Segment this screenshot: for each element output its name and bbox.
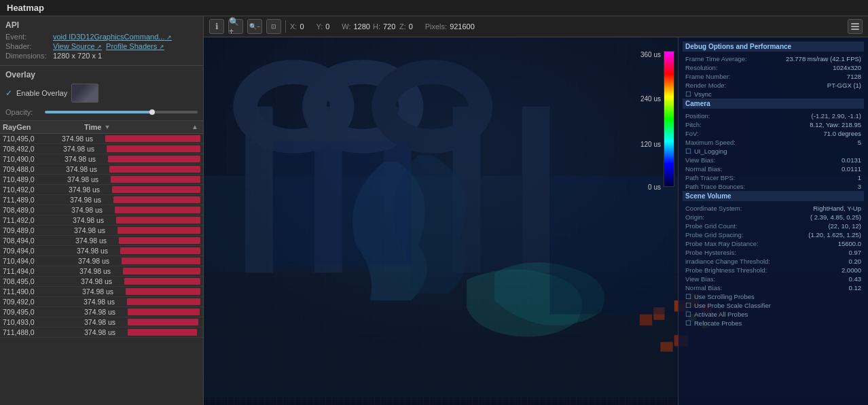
shader-row: Shader: View Source Profile Shaders bbox=[5, 42, 198, 50]
debug-row: View Bias:0.43 bbox=[683, 275, 864, 283]
toolbar-sep bbox=[285, 20, 286, 33]
time-bar bbox=[111, 176, 200, 183]
shader-label: Shader: bbox=[5, 42, 53, 50]
time-bar bbox=[109, 166, 200, 173]
cell-raygen: 711,489,0 bbox=[3, 196, 70, 204]
cell-raygen: 708,495,0 bbox=[3, 277, 81, 285]
cell-time: 374.98 us bbox=[67, 175, 200, 183]
view-source-link[interactable]: View Source bbox=[53, 42, 102, 50]
w-label: W: bbox=[342, 22, 350, 31]
debug-row: Probe Hysteresis:0.97 bbox=[683, 248, 864, 257]
time-bar bbox=[116, 217, 200, 224]
x-label: X: bbox=[290, 22, 297, 31]
table-row[interactable]: 708,489,0374.98 us bbox=[0, 205, 203, 215]
table-row[interactable]: 709,494,0374.98 us bbox=[0, 246, 203, 256]
profile-shaders-link[interactable]: Profile Shaders bbox=[106, 42, 164, 50]
table-header: RayGen Time ▼ ▲ bbox=[0, 121, 203, 134]
overlay-section: Overlay ✓ Enable Overlay Opacity: bbox=[0, 66, 203, 121]
table-row[interactable]: 711,490,0374.98 us bbox=[0, 287, 203, 297]
cell-time: 374.98 us bbox=[66, 165, 200, 173]
table-row[interactable]: 708,492,0374.98 us bbox=[0, 144, 203, 154]
table-row[interactable]: 709,492,0374.98 us bbox=[0, 297, 203, 307]
cell-raygen: 710,493,0 bbox=[3, 318, 84, 326]
debug-checkbox-row[interactable]: ☐ UI_Logging bbox=[683, 147, 864, 156]
debug-checkbox-row[interactable]: ☐ Vsync bbox=[683, 90, 864, 99]
cell-time: 374.98 us bbox=[82, 287, 200, 296]
opacity-slider[interactable] bbox=[45, 111, 198, 113]
zoom-out-btn[interactable]: 🔍− bbox=[247, 19, 262, 34]
cell-time: 374.98 us bbox=[79, 267, 200, 275]
time-text: 374.98 us bbox=[75, 236, 116, 245]
event-label: Event: bbox=[5, 33, 53, 41]
table-row[interactable]: 710,492,0374.98 us bbox=[0, 185, 203, 195]
debug-row: Pitch:8.12, Yaw: 218.95 bbox=[683, 120, 864, 129]
opacity-label: Opacity: bbox=[5, 108, 39, 116]
table-row[interactable]: 708,495,0374.98 us bbox=[0, 277, 203, 287]
table-row[interactable]: 711,489,0374.98 us bbox=[0, 195, 203, 205]
cell-time: 374.98 us bbox=[74, 226, 200, 234]
cell-raygen: 710,490,0 bbox=[3, 155, 65, 163]
table-row[interactable]: 711,488,0374.98 us bbox=[0, 328, 203, 338]
time-text: 374.98 us bbox=[66, 165, 107, 173]
debug-row: Probe Grid Count:(22, 10, 12) bbox=[683, 222, 864, 230]
table-row[interactable]: 709,495,0374.98 us bbox=[0, 307, 203, 317]
cell-raygen: 710,494,0 bbox=[3, 257, 78, 265]
cell-time: 374.98 us bbox=[65, 155, 200, 163]
table-row[interactable]: 709,489,0374.98 us bbox=[0, 226, 203, 236]
menu-btn[interactable] bbox=[848, 19, 863, 34]
table-row[interactable]: 708,494,0374.98 us bbox=[0, 236, 203, 246]
overlay-title: Overlay bbox=[5, 70, 198, 80]
cell-raygen: 708,494,0 bbox=[3, 236, 75, 245]
sort-arrow-icon: ▼ bbox=[104, 124, 110, 130]
pixels-label: Pixels: bbox=[425, 22, 447, 31]
table-row[interactable]: 710,490,0374.98 us bbox=[0, 154, 203, 164]
svg-rect-19 bbox=[660, 342, 672, 351]
debug-checkbox-row[interactable]: ☐ Use Probe Scale Classifier bbox=[683, 301, 864, 310]
event-link[interactable]: void ID3D12GraphicsCommand... bbox=[53, 33, 172, 41]
debug-checkbox-row[interactable]: ☐ Use Scrolling Probes bbox=[683, 292, 864, 301]
table-row[interactable]: 709,488,0374.98 us bbox=[0, 164, 203, 175]
debug-row: Frame Number:7128 bbox=[683, 72, 864, 81]
debug-checkbox-row[interactable]: ☐ Relocate Probes bbox=[683, 319, 864, 328]
svg-rect-15 bbox=[640, 315, 652, 325]
time-text: 374.98 us bbox=[74, 226, 115, 234]
time-bar bbox=[126, 288, 200, 295]
zoom-in-btn[interactable]: 🔍+ bbox=[228, 19, 243, 34]
toolbar: ℹ 🔍+ 🔍− ⊡ X: 0 Y: 0 W: 1280 H: 720 Z: bbox=[204, 16, 868, 37]
menu-icon bbox=[851, 23, 859, 24]
fit-icon: ⊡ bbox=[271, 23, 276, 30]
event-row: Event: void ID3D12GraphicsCommand... bbox=[5, 33, 198, 41]
enable-overlay-checkmark: ✓ bbox=[5, 88, 12, 98]
info-btn[interactable]: ℹ bbox=[209, 19, 224, 34]
time-text: 374.98 us bbox=[69, 186, 109, 194]
time-bar bbox=[124, 278, 200, 285]
cell-time: 374.98 us bbox=[71, 206, 200, 214]
table-row[interactable]: 710,493,0374.98 us bbox=[0, 317, 203, 328]
table-row[interactable]: 710,494,0374.98 us bbox=[0, 256, 203, 266]
time-text: 374.98 us bbox=[84, 308, 125, 316]
scroll-up-btn[interactable]: ▲ bbox=[189, 123, 200, 131]
time-bar bbox=[128, 329, 197, 336]
debug-row: Probe Brightness Threshold:2.0000 bbox=[683, 266, 864, 275]
cell-raygen: 711,488,0 bbox=[3, 328, 84, 336]
z-label: Z: bbox=[399, 22, 406, 31]
table-row[interactable]: 710,489,0374.98 us bbox=[0, 175, 203, 185]
table-row[interactable]: 711,494,0374.98 us bbox=[0, 266, 203, 277]
table-row[interactable]: 711,492,0374.98 us bbox=[0, 215, 203, 226]
table-body[interactable]: 710,495,0374.98 us708,492,0374.98 us710,… bbox=[0, 134, 203, 405]
cell-raygen: 711,490,0 bbox=[3, 287, 82, 296]
fit-btn[interactable]: ⊡ bbox=[266, 19, 281, 34]
enable-overlay-row: ✓ Enable Overlay bbox=[5, 84, 198, 103]
debug-row: Probe Max Ray Distance:15600.0 bbox=[683, 239, 864, 248]
enable-overlay-label[interactable]: Enable Overlay bbox=[16, 89, 67, 97]
heatmap-area[interactable]: 360 us 240 us 120 us 0 us Debug Options … bbox=[204, 37, 868, 405]
svg-rect-22 bbox=[273, 141, 412, 266]
time-text: 374.98 us bbox=[82, 287, 123, 296]
debug-checkbox-row[interactable]: ☐ Activate All Probes bbox=[683, 310, 864, 319]
cell-raygen: 710,489,0 bbox=[3, 175, 67, 183]
time-bar bbox=[122, 258, 200, 264]
time-bar bbox=[115, 207, 200, 213]
debug-row: Coordinate System:RightHand, Y-Up bbox=[683, 204, 864, 213]
table-section: RayGen Time ▼ ▲ 710,495,0374.98 us708,49… bbox=[0, 121, 203, 405]
table-row[interactable]: 710,495,0374.98 us bbox=[0, 134, 203, 144]
